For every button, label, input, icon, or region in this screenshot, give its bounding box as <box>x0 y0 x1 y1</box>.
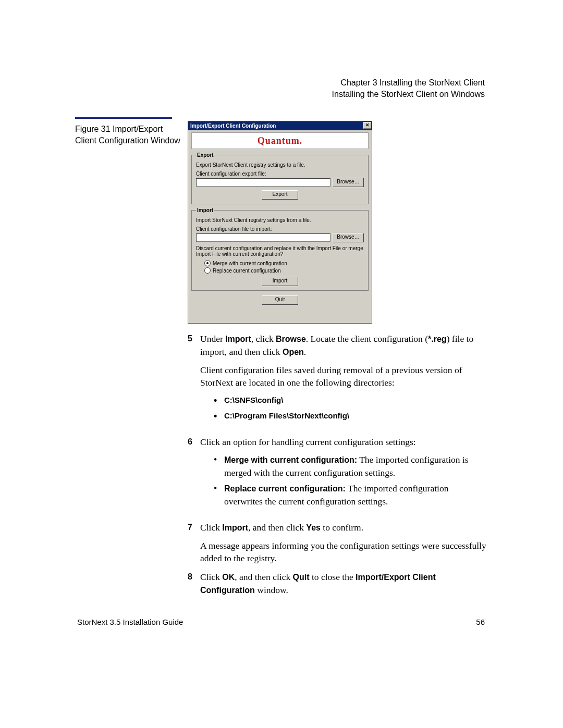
export-legend: Export <box>196 152 215 158</box>
blue-rule <box>75 117 172 119</box>
import-button[interactable]: Import <box>262 277 298 286</box>
step-7: 7 Click Import, and then click Yes to co… <box>188 521 488 564</box>
step5-p2: Client configuration files saved during … <box>200 365 462 388</box>
option-replace: Replace current configuration: The impor… <box>213 482 488 508</box>
close-icon[interactable]: ✕ <box>363 122 371 129</box>
export-desc: Export StorNext Client registry settings… <box>196 162 364 168</box>
brand-banner: Quantum. <box>191 132 369 149</box>
radio-icon <box>204 260 211 266</box>
step-8: 8 Click OK, and then click Quit to close… <box>188 571 488 597</box>
chapter-line: Chapter 3 Installing the StorNext Client <box>332 77 485 89</box>
import-group: Import Import StorNext Client registry s… <box>191 207 369 291</box>
step-6: 6 Click an option for handling current c… <box>188 436 488 515</box>
dir-item: C:\SNFS\config\ <box>213 394 488 406</box>
dir-item: C:\Program Files\StorNext\config\ <box>213 410 488 422</box>
radio-replace-label: Replace current configuration <box>213 268 281 274</box>
export-file-label: Client configuration export file: <box>196 171 364 177</box>
import-legend: Import <box>196 207 214 213</box>
footer-page: 56 <box>476 618 485 626</box>
import-browse-button[interactable]: Browse… <box>333 233 364 242</box>
import-question: Discard current configuration and replac… <box>196 245 364 257</box>
dialog-title: Import/Export Client Configuration <box>190 123 276 129</box>
option-list: Merge with current configuration: The im… <box>213 453 488 508</box>
quit-button[interactable]: Quit <box>262 295 298 305</box>
import-file-input[interactable] <box>196 233 331 242</box>
option-merge: Merge with current configuration: The im… <box>213 453 488 479</box>
page-footer: StorNext 3.5 Installation Guide 56 <box>77 618 485 626</box>
directory-list: C:\SNFS\config\ C:\Program Files\StorNex… <box>213 394 488 422</box>
import-export-dialog: Import/Export Client Configuration ✕ Qua… <box>188 121 372 324</box>
import-file-label: Client configuration file to import: <box>196 226 364 232</box>
footer-guide: StorNext 3.5 Installation Guide <box>77 618 183 626</box>
step7-p2: A message appears informing you the conf… <box>200 540 486 563</box>
radio-icon <box>204 267 211 274</box>
radio-merge-label: Merge with current configuration <box>213 261 287 266</box>
brand-text: Quantum. <box>258 135 303 146</box>
page-header: Chapter 3 Installing the StorNext Client… <box>332 77 485 100</box>
export-group: Export Export StorNext Client registry s… <box>191 152 369 204</box>
body-copy: 5 Under Import, click Browse. Locate the… <box>188 332 488 603</box>
export-browse-button[interactable]: Browse… <box>333 178 364 187</box>
radio-merge[interactable]: Merge with current configuration <box>204 260 364 266</box>
export-file-input[interactable] <box>196 178 331 187</box>
step-5: 5 Under Import, click Browse. Locate the… <box>188 332 488 429</box>
radio-replace[interactable]: Replace current configuration <box>204 267 364 274</box>
section-line: Installing the StorNext Client on Window… <box>332 89 485 100</box>
figure-caption: Figure 31 Import/Export Client Configura… <box>75 124 185 146</box>
import-desc: Import StorNext Client registry settings… <box>196 217 364 223</box>
dialog-titlebar: Import/Export Client Configuration ✕ <box>188 121 372 130</box>
export-button[interactable]: Export <box>262 190 298 200</box>
